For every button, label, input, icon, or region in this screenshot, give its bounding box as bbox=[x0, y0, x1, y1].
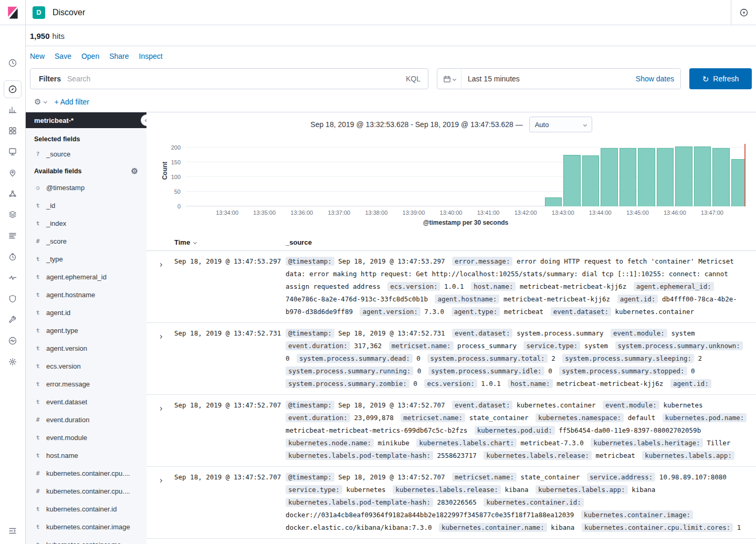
source-field-value: kibana bbox=[505, 486, 528, 494]
show-dates-button[interactable]: Show dates bbox=[636, 75, 680, 83]
field-item-_type[interactable]: t_type bbox=[26, 250, 146, 268]
nav-item-visualize[interactable] bbox=[4, 101, 22, 119]
field-settings-button[interactable]: ⚙ bbox=[131, 167, 138, 175]
nav-item-discover[interactable] bbox=[4, 80, 22, 98]
filters-button[interactable]: Filters bbox=[30, 75, 67, 83]
kql-button[interactable]: KQL bbox=[398, 75, 428, 83]
field-item-event.dataset[interactable]: tevent.dataset bbox=[26, 393, 146, 411]
breadcrumb: D Discover bbox=[26, 6, 85, 19]
search-input[interactable] bbox=[67, 75, 398, 83]
field-name: kubernetes.container.cpu.... bbox=[46, 487, 130, 495]
field-item-kubernetes.container.me[interactable]: tkubernetes.container.me bbox=[26, 536, 146, 544]
source-field-badge: @timestamp: bbox=[286, 401, 334, 410]
logs-icon bbox=[8, 231, 17, 240]
source-field-badge: host.name: bbox=[471, 282, 516, 291]
nav-item-siem[interactable] bbox=[4, 290, 22, 308]
field-item-host.name[interactable]: thost.name bbox=[26, 446, 146, 464]
nav-item-stack-monitoring[interactable] bbox=[4, 332, 22, 350]
menu-item-inspect[interactable]: Inspect bbox=[139, 52, 163, 60]
histogram-bar[interactable] bbox=[563, 155, 581, 206]
field-item-agent.type[interactable]: tagent.type bbox=[26, 321, 146, 339]
expand-row-button[interactable] bbox=[159, 475, 162, 484]
space-avatar[interactable]: D bbox=[33, 6, 45, 19]
field-item-event.duration[interactable]: #event.duration bbox=[26, 411, 146, 428]
filter-bar: ⚙ + Add filter bbox=[26, 91, 756, 112]
field-item-@timestamp[interactable]: ◷@timestamp bbox=[26, 179, 146, 196]
nav-item-machine-learning[interactable] bbox=[4, 185, 22, 203]
source-field-pair: kubernetes.container.cpu.limit.cores: 1 bbox=[582, 524, 741, 531]
field-item-kubernetes.container.cpu....[interactable]: #kubernetes.container.cpu.... bbox=[26, 464, 146, 482]
nav-item-management[interactable] bbox=[4, 353, 22, 371]
filter-options-button[interactable]: ⚙ bbox=[34, 97, 41, 107]
nav-item-canvas[interactable] bbox=[4, 143, 22, 161]
field-item-kubernetes.container.cpu....[interactable]: #kubernetes.container.cpu.... bbox=[26, 482, 146, 500]
time-header-label: Time bbox=[174, 238, 190, 246]
current-time-marker bbox=[744, 144, 746, 206]
field-item-kubernetes.container.image[interactable]: tkubernetes.container.image bbox=[26, 518, 146, 536]
chevron-down-icon bbox=[44, 100, 47, 103]
field-name: kubernetes.container.image bbox=[46, 523, 130, 531]
field-item-_source[interactable]: ?_source bbox=[26, 146, 146, 162]
nav-item-dev-tools[interactable] bbox=[4, 311, 22, 329]
source-field-value: metricbeat-metricbeat-kjj6z bbox=[520, 283, 626, 290]
source-field-pair: host.name: metricbeat-metricbeat-kjj6z bbox=[508, 380, 663, 388]
source-field-pair: agent.version: 7.3.0 bbox=[360, 308, 444, 316]
expand-row-button[interactable] bbox=[159, 403, 162, 412]
field-item-agent.ephemeral_id[interactable]: tagent.ephemeral_id bbox=[26, 268, 146, 286]
histogram-bar[interactable] bbox=[712, 148, 730, 206]
field-item-_score[interactable]: #_score bbox=[26, 232, 146, 250]
maps-icon bbox=[8, 168, 17, 177]
collapse-nav-button[interactable] bbox=[4, 522, 22, 540]
add-filter-button[interactable]: + Add filter bbox=[54, 98, 89, 106]
expand-row-button[interactable] bbox=[159, 259, 162, 268]
quick-select-button[interactable] bbox=[437, 69, 461, 89]
menu-item-save[interactable]: Save bbox=[55, 52, 71, 60]
histogram-bar[interactable] bbox=[657, 148, 674, 206]
field-item-agent.version[interactable]: tagent.version bbox=[26, 339, 146, 357]
nav-item-recently-viewed[interactable] bbox=[4, 54, 22, 72]
menu-item-new[interactable]: New bbox=[30, 52, 45, 60]
source-field-pair: metricset.name: state_container bbox=[401, 414, 528, 422]
histogram-bar[interactable] bbox=[620, 148, 637, 206]
refresh-button[interactable]: ↻ Refresh bbox=[689, 68, 752, 89]
field-type-number-icon: # bbox=[34, 416, 41, 423]
field-item-_id[interactable]: t_id bbox=[26, 196, 146, 214]
histogram-bar[interactable] bbox=[731, 159, 745, 206]
help-button[interactable] bbox=[731, 0, 756, 25]
field-item-error.message[interactable]: terror.message bbox=[26, 375, 146, 393]
top-bar: D Discover bbox=[0, 0, 756, 25]
menu-item-open[interactable]: Open bbox=[81, 52, 99, 60]
collapse-nav-icon bbox=[8, 526, 17, 536]
field-item-agent.id[interactable]: tagent.id bbox=[26, 304, 146, 321]
time-range-value[interactable]: Last 15 minutes bbox=[461, 75, 636, 83]
histogram-bar[interactable] bbox=[545, 197, 562, 206]
field-item-agent.hostname[interactable]: tagent.hostname bbox=[26, 286, 146, 304]
field-type-string-icon: t bbox=[34, 345, 41, 352]
histogram-bar[interactable] bbox=[601, 148, 618, 206]
histogram-bar[interactable] bbox=[675, 147, 692, 206]
source-field-badge: kubernetes.labels.app: bbox=[536, 485, 628, 494]
kibana-logo[interactable] bbox=[0, 0, 26, 25]
nav-item-dashboard[interactable] bbox=[4, 122, 22, 140]
histogram-bar[interactable] bbox=[638, 148, 655, 206]
source-field-pair: kubernetes.labels.release: kibana bbox=[393, 486, 528, 494]
index-pattern-header[interactable]: metricbeat-* bbox=[26, 112, 146, 128]
app-body: 1,950 hits New Save Open Share Inspect F… bbox=[26, 25, 756, 544]
nav-item-maps[interactable] bbox=[4, 164, 22, 182]
menu-item-share[interactable]: Share bbox=[109, 52, 129, 60]
histogram-bar[interactable] bbox=[694, 147, 711, 206]
field-item-_index[interactable]: t_index bbox=[26, 214, 146, 232]
nav-item-uptime[interactable] bbox=[4, 269, 22, 287]
interval-select[interactable]: Auto bbox=[529, 117, 592, 132]
field-item-ecs.version[interactable]: tecs.version bbox=[26, 357, 146, 375]
field-item-event.module[interactable]: tevent.module bbox=[26, 428, 146, 446]
nav-item-infrastructure[interactable] bbox=[4, 206, 22, 224]
time-column-header[interactable]: Time bbox=[174, 238, 286, 246]
histogram-bar[interactable] bbox=[582, 155, 600, 206]
nav-item-logs[interactable] bbox=[4, 227, 22, 245]
source-field-badge: agent.id: bbox=[617, 295, 658, 304]
field-item-kubernetes.container.id[interactable]: tkubernetes.container.id bbox=[26, 500, 146, 518]
nav-item-apm[interactable] bbox=[4, 248, 22, 266]
expand-row-button[interactable] bbox=[159, 331, 162, 340]
source-field-value: 1.0.1 bbox=[481, 380, 501, 388]
